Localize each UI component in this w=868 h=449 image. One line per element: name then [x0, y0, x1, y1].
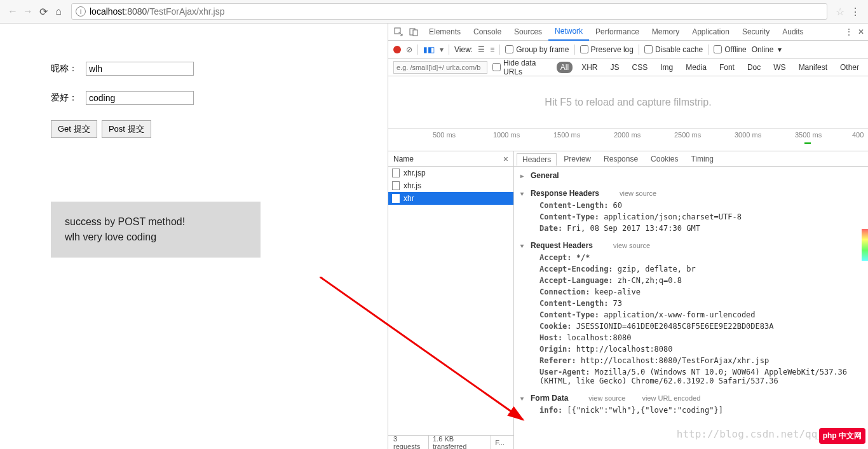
filter-css[interactable]: CSS: [628, 62, 652, 73]
section-form-data[interactable]: Form Dataview sourceview URL encoded: [514, 392, 868, 404]
browser-toolbar: ← → ⟳ ⌂ i localhost:8080/TestForAjax/xhr…: [0, 0, 868, 24]
filter-ws[interactable]: WS: [770, 62, 789, 73]
filter-icon[interactable]: ▾: [440, 45, 444, 54]
header-entry: Accept-Language: zh-CN,zh;q=0.8: [514, 275, 868, 286]
browser-menu-icon[interactable]: ⋮: [848, 6, 863, 18]
filter-xhr[interactable]: XHR: [578, 62, 601, 73]
result-display: success by POST method! wlh very love co…: [51, 202, 261, 258]
header-entry: Host: localhost:8080: [514, 332, 868, 343]
request-details: Headers Preview Response Cookies Timing …: [514, 151, 868, 449]
section-general[interactable]: General: [514, 169, 868, 182]
clear-icon[interactable]: ⊘: [406, 45, 412, 54]
watermark-text: http://blog.csdn.net/qq_: [677, 428, 824, 440]
large-rows-icon[interactable]: ☰: [478, 45, 485, 54]
scrollbar-indicator: [862, 229, 868, 261]
header-entry: Connection: keep-alive: [514, 286, 868, 298]
devtools-close-icon[interactable]: ✕: [858, 27, 864, 36]
header-entry: Content-Length: 60: [514, 200, 868, 211]
details-tabs: Headers Preview Response Cookies Timing: [514, 151, 868, 167]
reload-button[interactable]: ⟳: [36, 4, 51, 19]
close-details-icon[interactable]: ×: [503, 154, 508, 164]
inspect-icon[interactable]: [392, 25, 405, 38]
timeline-request-mark: [804, 142, 811, 144]
site-info-icon[interactable]: i: [76, 6, 86, 17]
nickname-input[interactable]: [86, 62, 194, 76]
offline-check[interactable]: Offline: [714, 45, 746, 54]
header-entry: Accept: */*: [514, 252, 868, 263]
logo-badge: php 中文网: [819, 428, 865, 444]
result-line: success by POST method!: [65, 214, 247, 230]
page-body: 昵称： 爱好： Get 提交 Post 提交 success by POST m…: [0, 24, 388, 449]
network-filter-bar: Hide data URLs All XHR JS CSS Img Media …: [388, 59, 868, 76]
tab-sources[interactable]: Sources: [508, 24, 548, 41]
waterfall-icon[interactable]: ≡: [490, 45, 494, 54]
network-status-bar: 3 requests 1.6 KB transferred F...: [388, 435, 513, 449]
section-response-headers[interactable]: Response Headersview source: [514, 187, 868, 200]
home-button[interactable]: ⌂: [51, 4, 66, 19]
dtab-headers[interactable]: Headers: [517, 153, 557, 166]
header-entry: Date: Fri, 08 Sep 2017 13:47:30 GMT: [514, 223, 868, 234]
network-toolbar: ⊘ ▮◧ ▾ View: ☰ ≡ Group by frame Preserve…: [388, 41, 868, 59]
devtools-panel: Elements Console Sources Network Perform…: [388, 24, 868, 449]
tab-memory[interactable]: Memory: [646, 24, 686, 41]
dtab-preview[interactable]: Preview: [558, 153, 597, 165]
filter-manifest[interactable]: Manifest: [795, 62, 831, 73]
section-request-headers[interactable]: Request Headersview source: [514, 239, 868, 252]
back-button[interactable]: ←: [5, 4, 20, 19]
filter-font[interactable]: Font: [715, 62, 738, 73]
filter-input[interactable]: [393, 61, 487, 74]
request-item[interactable]: xhr.jsp: [388, 167, 513, 179]
request-item[interactable]: xhr: [388, 192, 513, 205]
url-path: /TestForAjax/xhr.jsp: [147, 6, 224, 17]
header-entry: User-Agent: Mozilla/5.0 (Windows NT 10.0…: [514, 366, 868, 387]
capture-screenshot-icon[interactable]: ▮◧: [423, 45, 435, 54]
result-line: wlh very love coding: [65, 230, 247, 245]
throttle-select[interactable]: Online ▾: [752, 45, 782, 54]
tab-performance[interactable]: Performance: [589, 24, 646, 41]
tab-elements[interactable]: Elements: [423, 24, 467, 41]
filter-media[interactable]: Media: [682, 62, 710, 73]
post-submit-button[interactable]: Post 提交: [102, 120, 151, 138]
devtools-more-icon[interactable]: ⋮: [845, 27, 853, 36]
device-toggle-icon[interactable]: [407, 25, 420, 38]
dtab-response[interactable]: Response: [598, 153, 644, 165]
group-by-frame-check[interactable]: Group by frame: [505, 45, 569, 54]
header-entry: Referer: http://localhost:8080/TestForAj…: [514, 355, 868, 366]
header-entry: Cookie: JSESSIONID=461DE0E20485C8F5E6EE9…: [514, 321, 868, 332]
tab-network[interactable]: Network: [548, 24, 589, 41]
disable-cache-check[interactable]: Disable cache: [644, 45, 703, 54]
svg-rect-2: [413, 30, 417, 36]
file-icon: [392, 194, 400, 203]
header-entry: Accept-Encoding: gzip, deflate, br: [514, 263, 868, 275]
hide-data-urls-check[interactable]: Hide data URLs: [492, 59, 552, 76]
hobby-label: 爱好：: [51, 92, 86, 104]
nickname-label: 昵称：: [51, 63, 86, 74]
dtab-timing[interactable]: Timing: [685, 153, 719, 165]
forward-button[interactable]: →: [20, 4, 36, 19]
filter-img[interactable]: Img: [656, 62, 677, 73]
tab-console[interactable]: Console: [467, 24, 508, 41]
view-label: View:: [454, 45, 473, 54]
get-submit-button[interactable]: Get 提交: [51, 120, 97, 138]
filter-other[interactable]: Other: [836, 62, 863, 73]
tab-audits[interactable]: Audits: [776, 24, 810, 41]
favorite-icon[interactable]: ☆: [832, 4, 848, 19]
devtools-tabbar: Elements Console Sources Network Perform…: [388, 24, 868, 41]
header-entry: Content-Length: 73: [514, 298, 868, 309]
filter-doc[interactable]: Doc: [743, 62, 764, 73]
record-button[interactable]: [393, 46, 401, 53]
request-item[interactable]: xhr.js: [388, 179, 513, 192]
file-icon: [392, 181, 400, 190]
tab-application[interactable]: Application: [686, 24, 736, 41]
preserve-log-check[interactable]: Preserve log: [580, 45, 634, 54]
dtab-cookies[interactable]: Cookies: [645, 153, 684, 165]
request-list: Name × xhr.jsp xhr.js xhr 3 requests 1.6…: [388, 151, 514, 449]
filter-js[interactable]: JS: [607, 62, 623, 73]
reqlist-column-name[interactable]: Name ×: [388, 151, 513, 167]
timeline-overview[interactable]: 500 ms 1000 ms 1500 ms 2000 ms 2500 ms 3…: [388, 128, 868, 151]
filter-all[interactable]: All: [557, 62, 573, 73]
address-bar[interactable]: i localhost:8080/TestForAjax/xhr.jsp: [71, 3, 827, 20]
tab-security[interactable]: Security: [736, 24, 776, 41]
hobby-input[interactable]: [86, 91, 194, 105]
header-entry: Content-Type: application/x-www-form-url…: [514, 309, 868, 321]
